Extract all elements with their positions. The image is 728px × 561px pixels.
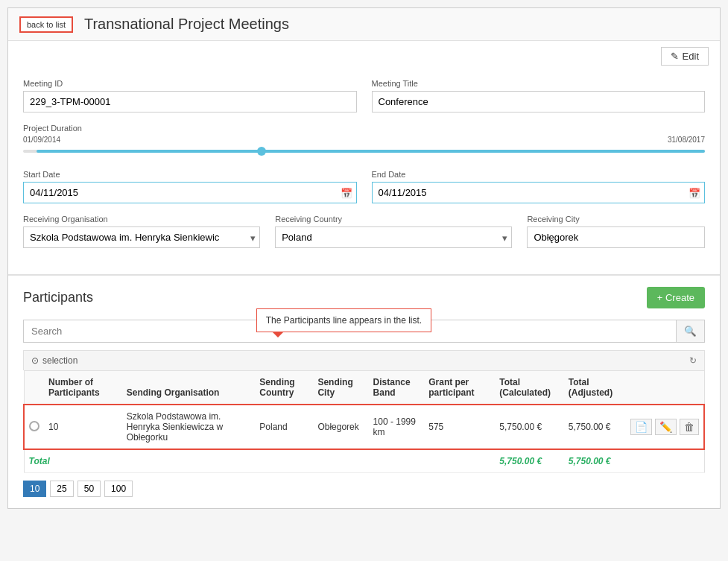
- table-toolbar: ⊙ selection ↻: [23, 350, 705, 370]
- row-distance-band: 100 - 1999 km: [369, 405, 425, 449]
- start-date-input[interactable]: [23, 182, 357, 203]
- receiving-country-group: Receiving Country Poland ▾: [275, 215, 512, 248]
- top-actions: ✎ Edit: [8, 41, 720, 72]
- search-button[interactable]: 🔍: [676, 320, 705, 343]
- selection-text: selection: [42, 355, 77, 366]
- duration-end-date: 31/08/2017: [668, 136, 705, 144]
- receiving-city-input[interactable]: [527, 226, 705, 248]
- duration-row: Project Duration 01/09/2014 31/08/2017: [23, 124, 705, 159]
- participants-header: Participants + Create: [23, 287, 705, 308]
- form-section: Meeting ID Meeting Title Project Duratio…: [8, 72, 720, 276]
- col-total-adjusted: Total (Adjusted): [564, 371, 626, 405]
- meeting-row: Meeting ID Meeting Title: [23, 79, 705, 112]
- row-sending-country: Poland: [255, 405, 313, 449]
- search-icon: 🔍: [684, 326, 697, 337]
- col-grant-per-participant: Grant per participant: [424, 371, 495, 405]
- page-title: Transnational Project Meetings: [84, 16, 289, 33]
- col-distance-band: Distance Band: [369, 371, 425, 405]
- receiving-country-label: Receiving Country: [275, 215, 512, 224]
- meeting-title-label: Meeting Title: [372, 79, 706, 88]
- dates-row: Start Date 📅 End Date 📅: [23, 170, 705, 203]
- row-sending-org: Szkola Podstawowa im. Henryka Sienkiewic…: [122, 405, 256, 449]
- selection-label: ⊙ selection: [31, 355, 77, 366]
- end-date-group: End Date 📅: [372, 170, 706, 203]
- back-to-list-button[interactable]: back to list: [19, 16, 73, 33]
- row-num-participants: 10: [44, 405, 122, 449]
- start-date-input-wrap: 📅: [23, 182, 357, 203]
- total-adjusted: 5,750.00 €: [564, 449, 626, 473]
- start-date-group: Start Date 📅: [23, 170, 357, 203]
- col-sending-city: Sending City: [313, 371, 368, 405]
- target-icon: ⊙: [31, 355, 39, 366]
- page-size-10[interactable]: 10: [23, 481, 46, 497]
- col-sending-country: Sending Country: [255, 371, 313, 405]
- participants-table: Number of Participants Sending Organisat…: [23, 370, 705, 473]
- page-header: back to list Transnational Project Meeti…: [8, 8, 720, 41]
- page-wrapper: back to list Transnational Project Meeti…: [7, 7, 721, 509]
- edit-button[interactable]: ✎ Edit: [661, 47, 709, 66]
- receiving-org-group: Receiving Organisation Szkola Podstawowa…: [23, 215, 260, 248]
- col-sending-org: Sending Organisation: [122, 371, 256, 405]
- end-date-input-wrap: 📅: [372, 182, 706, 203]
- edit-icon: ✎: [671, 51, 679, 62]
- receiving-country-select[interactable]: Poland: [275, 226, 512, 248]
- receiving-city-group: Receiving City: [527, 215, 705, 248]
- slider-fill: [37, 150, 705, 153]
- row-total-adjusted: 5,750.00 €: [564, 405, 626, 449]
- total-row: Total 5,750.00 € 5,750.00 €: [24, 449, 704, 473]
- delete-row-icon[interactable]: 🗑: [680, 419, 699, 435]
- receiving-org-select-wrap: Szkola Podstawowa im. Henryka Sienkiewic…: [23, 226, 260, 248]
- view-icon[interactable]: 📄: [630, 419, 652, 435]
- duration-label: Project Duration: [23, 124, 705, 133]
- page-size-25[interactable]: 25: [50, 481, 73, 497]
- row-radio[interactable]: [24, 405, 44, 449]
- end-date-calendar-icon[interactable]: 📅: [689, 187, 700, 198]
- receiving-row: Receiving Organisation Szkola Podstawowa…: [23, 215, 705, 248]
- slider-dates: 01/09/2014 31/08/2017: [23, 136, 705, 144]
- radio-button[interactable]: [29, 421, 39, 431]
- participants-title: Participants: [23, 290, 93, 305]
- slider-thumb[interactable]: [257, 147, 266, 156]
- meeting-id-group: Meeting ID: [23, 79, 357, 112]
- col-num-participants: Number of Participants: [44, 371, 122, 405]
- page-size-100[interactable]: 100: [104, 481, 133, 497]
- slider-track: [23, 150, 705, 153]
- participants-section: Participants + Create 🔍 ⊙ selection ↻ Nu…: [8, 276, 720, 508]
- create-button[interactable]: + Create: [647, 287, 705, 308]
- duration-slider[interactable]: [23, 144, 705, 159]
- tooltip-box: The Participants line appears in the lis…: [256, 308, 431, 332]
- total-calculated: 5,750.00 €: [495, 449, 563, 473]
- meeting-title-group: Meeting Title: [372, 79, 706, 112]
- tooltip-arrow: [272, 332, 284, 337]
- table-header-row: Number of Participants Sending Organisat…: [24, 371, 704, 405]
- duration-start-date: 01/09/2014: [23, 136, 60, 144]
- total-label: Total: [24, 449, 495, 473]
- receiving-org-label: Receiving Organisation: [23, 215, 260, 224]
- meeting-id-label: Meeting ID: [23, 79, 357, 88]
- col-radio: [24, 371, 44, 405]
- edit-row-icon[interactable]: ✏️: [655, 419, 677, 435]
- start-date-calendar-icon[interactable]: 📅: [341, 187, 352, 198]
- receiving-city-label: Receiving City: [527, 215, 705, 224]
- row-sending-city: Obłegorek: [313, 405, 368, 449]
- pagination-row: 10 25 50 100: [23, 481, 705, 497]
- end-date-input[interactable]: [372, 182, 706, 203]
- page-size-50[interactable]: 50: [77, 481, 101, 497]
- receiving-country-select-wrap: Poland ▾: [275, 226, 512, 248]
- row-total-calculated: 5,750.00 €: [495, 405, 563, 449]
- tooltip-text: The Participants line appears in the lis…: [266, 315, 422, 326]
- col-actions: [626, 371, 704, 405]
- row-grant-per-participant: 575: [424, 405, 495, 449]
- total-actions: [626, 449, 704, 473]
- receiving-org-select[interactable]: Szkola Podstawowa im. Henryka Sienkiewic: [23, 226, 260, 248]
- start-date-label: Start Date: [23, 170, 357, 179]
- end-date-label: End Date: [372, 170, 706, 179]
- edit-label: Edit: [683, 51, 699, 62]
- table-row: 10 Szkola Podstawowa im. Henryka Sienkie…: [24, 405, 704, 449]
- refresh-icon[interactable]: ↻: [689, 355, 697, 366]
- row-actions: 📄 ✏️ 🗑: [626, 405, 704, 449]
- meeting-id-input[interactable]: [23, 91, 357, 112]
- col-total-calculated: Total (Calculated): [495, 371, 563, 405]
- meeting-title-input[interactable]: [372, 91, 706, 112]
- action-icons-wrap: 📄 ✏️ 🗑: [630, 419, 699, 435]
